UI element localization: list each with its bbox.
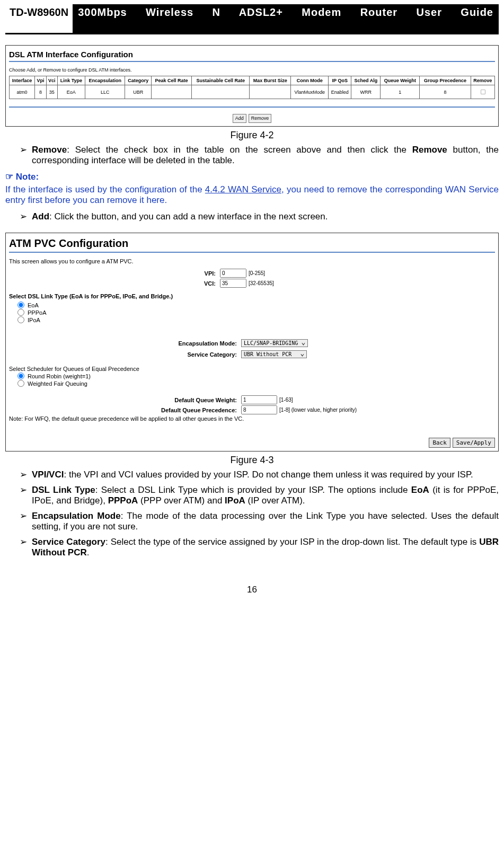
radio-pppoa-label: PPPoA <box>28 309 46 316</box>
bold: Remove <box>412 145 447 155</box>
bullet-dsl-link: DSL Link Type: Select a DSL Link Type wh… <box>32 484 499 506</box>
cell-vci: 35 <box>46 85 57 99</box>
atm-interface-table: Interface Vpi Vci Link Type Encapsulatio… <box>9 76 495 99</box>
col-qw: Queue Weight <box>381 76 420 85</box>
vpi-input[interactable] <box>220 269 246 278</box>
vci-range: [32-65535] <box>249 280 274 286</box>
col-category: Category <box>125 76 152 85</box>
text: (IP over ATM). <box>245 495 305 506</box>
figure-4-2-caption: Figure 4-2 <box>5 130 499 141</box>
dsl-atm-title: DSL ATM Interface Configuration <box>9 50 495 59</box>
bullet-encap: Encapsulation Mode: The mode of the data… <box>32 510 499 532</box>
model-number: TD-W8960N <box>5 4 73 33</box>
add-button[interactable]: Add <box>233 114 246 123</box>
bold: IPoA <box>225 495 245 506</box>
text: If the interface is used by the configur… <box>5 184 205 194</box>
radio-ipoa-row: IPoA <box>17 316 495 323</box>
col-interface: Interface <box>10 76 35 85</box>
col-sched: Sched Alg <box>351 76 381 85</box>
bullet-list-3: VPI/VCI: the VPI and VCI values provided… <box>5 469 499 558</box>
linktype-heading: Select DSL Link Type (EoA is for PPPoE, … <box>9 293 495 299</box>
bullet-svc: Service Category: Select the type of the… <box>32 536 499 558</box>
save-apply-button[interactable]: Save/Apply <box>453 438 495 448</box>
divider <box>9 252 495 253</box>
vci-input[interactable] <box>220 279 246 288</box>
col-scr: Sustainable Cell Rate <box>192 76 250 85</box>
col-linktype: Link Type <box>57 76 85 85</box>
qp-input[interactable] <box>241 405 277 414</box>
figure-4-2: DSL ATM Interface Configuration Choose A… <box>5 45 499 127</box>
radio-round-robin[interactable] <box>17 373 24 379</box>
qw-input[interactable] <box>241 395 277 404</box>
svc-select[interactable]: UBR Without PCR <box>241 350 307 358</box>
remove-checkbox[interactable] <box>481 90 485 94</box>
radio-pppoa[interactable] <box>17 309 24 316</box>
vpi-label: VPI: <box>9 270 220 277</box>
encap-row: Encapsulation Mode: LLC/SNAP-BRIDGING <box>9 339 495 347</box>
bold: Remove <box>32 145 67 155</box>
wfq-note: Note: For WFQ, the default queue precede… <box>9 415 495 422</box>
text: (PPP over ATM) and <box>138 495 225 506</box>
encap-label: Encapsulation Mode: <box>9 340 241 347</box>
radio-ipoa-label: IPoA <box>28 317 40 323</box>
cell-pcr <box>152 85 192 99</box>
bold: PPPoA <box>108 495 138 506</box>
col-mbs: Max Burst Size <box>250 76 291 85</box>
qw-label: Default Queue Weight: <box>9 397 241 403</box>
text: : Select the type of the service assigne… <box>105 537 479 547</box>
cell-encap: LLC <box>85 85 125 99</box>
cell-remove <box>471 85 494 99</box>
col-ipqos: IP QoS <box>329 76 351 85</box>
radio-wfq-label: Weighted Fair Queuing <box>28 380 87 387</box>
text: . <box>87 547 90 557</box>
bullet-list-1: Remove: Select the check box in the tabl… <box>5 144 499 166</box>
radio-eoa-label: EoA <box>28 302 39 308</box>
text: : the VPI and VCI values provided by you… <box>64 470 473 480</box>
bullet-vpivci: VPI/VCI: the VPI and VCI values provided… <box>32 469 499 480</box>
vpi-row: VPI: [0-255] <box>9 269 495 278</box>
back-button[interactable]: Back <box>429 438 450 448</box>
radio-rr-label: Round Robin (weight=1) <box>28 373 91 379</box>
cell-gp: 8 <box>420 85 471 99</box>
page-header: TD-W8960N 300Mbps Wireless N ADSL2+ Mode… <box>5 4 499 34</box>
col-connmode: Conn Mode <box>291 76 329 85</box>
radio-wfq-row: Weighted Fair Queuing <box>17 380 495 387</box>
col-vci: Vci <box>46 76 57 85</box>
button-row: Add Remove <box>9 113 495 123</box>
cell-category: UBR <box>125 85 152 99</box>
qp-label: Default Queue Precedence: <box>9 407 241 413</box>
cell-scr <box>192 85 250 99</box>
cell-interface: atm0 <box>10 85 35 99</box>
qp-range: [1-8] (lower value, higher priority) <box>279 407 357 413</box>
col-pcr: Peak Cell Rate <box>152 76 192 85</box>
radio-rr-row: Round Robin (weight=1) <box>17 373 495 379</box>
figure-4-3-caption: Figure 4-3 <box>5 455 499 466</box>
qw-range: [1-63] <box>279 397 293 403</box>
bullet-list-2: Add: Click the button, and you can add a… <box>5 211 499 222</box>
note-body: If the interface is used by the configur… <box>5 184 499 206</box>
encap-select[interactable]: LLC/SNAP-BRIDGING <box>241 339 308 347</box>
remove-button[interactable]: Remove <box>249 114 272 123</box>
radio-wfq[interactable] <box>17 380 24 387</box>
page-number: 16 <box>5 585 499 595</box>
bold: Service Category <box>32 537 105 547</box>
radio-eoa[interactable] <box>17 302 24 308</box>
bold: DSL Link Type <box>32 485 95 495</box>
vci-label: VCI: <box>9 280 220 287</box>
text: : Select the check box in the table on t… <box>67 145 412 155</box>
bullet-add: Add: Click the button, and you can add a… <box>32 211 499 222</box>
bullet-remove: Remove: Select the check box in the tabl… <box>32 144 499 166</box>
col-remove: Remove <box>471 76 494 85</box>
table-row: atm0 8 35 EoA LLC UBR VlanMuxMode Enable… <box>10 85 495 99</box>
scheduler-heading: Select Scheduler for Queues of Equal Pre… <box>9 366 495 372</box>
atm-pvc-intro: This screen allows you to configure a AT… <box>9 258 495 264</box>
col-encap: Encapsulation <box>85 76 125 85</box>
wan-service-link[interactable]: 4.4.2 WAN Service <box>205 184 281 194</box>
table-header-row: Interface Vpi Vci Link Type Encapsulatio… <box>10 76 495 85</box>
cell-sched: WRR <box>351 85 381 99</box>
qp-row: Default Queue Precedence: [1-8] (lower v… <box>9 405 495 414</box>
radio-pppoa-row: PPPoA <box>17 309 495 316</box>
svc-label: Service Category: <box>9 351 241 358</box>
figure-4-3: ATM PVC Configuration This screen allows… <box>5 233 499 451</box>
radio-ipoa[interactable] <box>17 316 24 323</box>
